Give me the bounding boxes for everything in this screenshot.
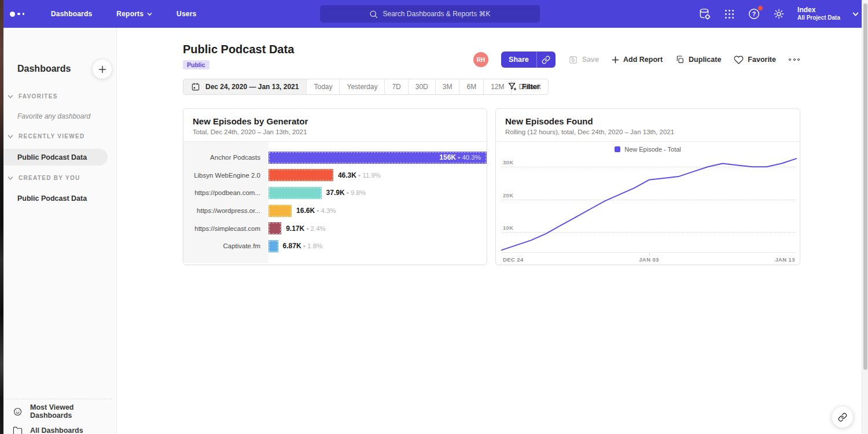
- favorite-label: Favorite: [748, 56, 776, 64]
- mixpanel-logo[interactable]: [10, 12, 24, 17]
- x-tick-label: JAN 13: [775, 256, 795, 263]
- nav-item-users[interactable]: Users: [176, 10, 196, 18]
- bar-segment[interactable]: [269, 205, 292, 217]
- filter-button[interactable]: Filter: [507, 82, 540, 91]
- copy-link-button[interactable]: [536, 52, 556, 68]
- section-created-by-you[interactable]: CREATED BY YOU: [8, 175, 80, 181]
- heart-icon: [734, 55, 744, 65]
- bar-segment[interactable]: [269, 187, 322, 199]
- nav-item-dashboards[interactable]: Dashboards: [51, 10, 92, 18]
- project-selector[interactable]: Index All Project Data: [797, 6, 840, 22]
- date-range-value: Dec 24, 2020 — Jan 13, 2021: [205, 83, 299, 91]
- more-options-icon: [793, 58, 796, 61]
- date-preset-button[interactable]: 3M: [435, 79, 459, 94]
- bar-category-label: Libsyn WebEngine 2.0: [183, 172, 269, 179]
- chart-title[interactable]: New Episodes Found: [505, 116, 790, 126]
- nav-item-reports[interactable]: Reports: [116, 10, 152, 18]
- filter-label: Filter: [522, 83, 540, 91]
- all-dashboards-button[interactable]: All Dashboards: [13, 424, 83, 434]
- card-new-episodes-found: New Episodes Found Rolling (12 hours), t…: [495, 108, 800, 265]
- sidebar-title: Dashboards: [17, 64, 71, 74]
- search-input[interactable]: Search Dashboards & Reports ⌘K: [320, 5, 540, 23]
- sidebar-item-public-podcast-data[interactable]: Public Podcast Data: [0, 149, 108, 165]
- date-preset-button[interactable]: 6M: [459, 79, 483, 94]
- nav-item-reports-label: Reports: [116, 10, 144, 18]
- bar-category-label: https://wordpress.or...: [183, 207, 269, 214]
- chevron-down-icon: [8, 134, 13, 139]
- avatar[interactable]: RH: [473, 52, 488, 67]
- project-scope: All Project Data: [797, 14, 840, 22]
- folder-icon: [13, 426, 23, 434]
- bar-segment[interactable]: 156K • 40.3%: [269, 152, 487, 164]
- legend-label: New Episode - Total: [624, 146, 681, 153]
- chevron-down-icon[interactable]: [852, 11, 859, 17]
- save-label: Save: [582, 56, 599, 64]
- duplicate-icon: [675, 55, 685, 64]
- sidebar-footer-divider: [5, 399, 112, 399]
- page-scrollbar: [862, 0, 868, 434]
- link-icon: [542, 56, 550, 64]
- bar-track: 16.6K • 4.3%: [269, 202, 487, 220]
- help-button[interactable]: ?: [748, 8, 760, 20]
- more-options-icon: [797, 58, 800, 61]
- bar-rows: Anchor Podcasts156K • 40.3%Libsyn WebEng…: [183, 149, 487, 255]
- bar-segment[interactable]: [269, 169, 333, 181]
- chevron-down-icon: [8, 175, 13, 181]
- plus-icon: [98, 65, 106, 73]
- desktop-edge-artifact: [0, 0, 3, 434]
- top-nav: Dashboards Reports Users Search Dashboar…: [0, 0, 868, 28]
- bar-segment[interactable]: [269, 240, 278, 252]
- line-plot: 30K20K10K: [502, 156, 796, 252]
- settings-gear-icon[interactable]: [773, 8, 785, 20]
- data-management-icon[interactable]: [698, 8, 711, 21]
- save-button[interactable]: Save: [568, 55, 599, 65]
- duplicate-button[interactable]: Duplicate: [675, 55, 721, 64]
- bar-row: https://wordpress.or...16.6K • 4.3%: [183, 202, 487, 220]
- date-preset-button[interactable]: Yesterday: [339, 79, 384, 94]
- x-tick-label: JAN 03: [639, 256, 659, 263]
- more-options-button[interactable]: [789, 58, 800, 61]
- public-badge: Public: [183, 60, 209, 69]
- bar-track: 37.9K • 9.8%: [269, 184, 487, 202]
- apps-grid-icon[interactable]: [723, 8, 735, 20]
- line-series: [502, 156, 796, 252]
- date-preset-button[interactable]: 30D: [408, 79, 435, 94]
- section-recently-viewed[interactable]: RECENTLY VIEWED: [8, 133, 85, 139]
- bar-row: Libsyn WebEngine 2.046.3K • 11.9%: [183, 167, 487, 185]
- date-range-button[interactable]: Dec 24, 2020 — Jan 13, 2021: [183, 79, 306, 94]
- plus-icon: [612, 56, 619, 64]
- header-actions: RH Share Save Add Report Duplicate Favor…: [473, 52, 800, 68]
- most-viewed-dashboards-button[interactable]: Most Viewed Dashboards: [13, 404, 116, 418]
- bar-segment[interactable]: [269, 222, 281, 234]
- add-report-label: Add Report: [623, 56, 663, 64]
- section-favorites[interactable]: FAVORITES: [8, 93, 58, 100]
- line-chart: New Episode - Total 30K20K10K DEC 24 JAN…: [496, 142, 800, 263]
- bar-track: 9.17K • 2.4%: [269, 219, 487, 237]
- add-report-button[interactable]: Add Report: [612, 56, 663, 64]
- bar-value-label: 16.6K • 4.3%: [296, 207, 336, 215]
- calendar-icon: [191, 82, 200, 91]
- scrollbar-thumb[interactable]: [863, 3, 867, 370]
- favorite-button[interactable]: Favorite: [734, 55, 776, 65]
- add-dashboard-button[interactable]: [93, 60, 112, 79]
- card-new-episodes-by-generator: New Episodes by Generator Total, Dec 24t…: [183, 108, 487, 265]
- bar-row: https://simplecast.com9.17K • 2.4%: [183, 219, 487, 237]
- chart-legend[interactable]: New Episode - Total: [496, 142, 800, 153]
- share-button[interactable]: Share: [501, 52, 536, 68]
- bar-value-label: 156K • 40.3%: [439, 153, 481, 161]
- bar-value-label: 9.17K • 2.4%: [286, 225, 326, 233]
- x-tick-label: DEC 24: [503, 256, 524, 263]
- date-preset-button[interactable]: 7D: [384, 79, 407, 94]
- card-header: New Episodes by Generator Total, Dec 24t…: [183, 109, 487, 142]
- share-link-floating-button[interactable]: [832, 407, 853, 428]
- save-icon: [568, 55, 578, 65]
- chart-subtitle: Rolling (12 hours), total, Dec 24th, 202…: [505, 128, 790, 135]
- chart-title[interactable]: New Episodes by Generator: [193, 116, 477, 126]
- bar-value-label: 46.3K • 11.9%: [338, 171, 381, 179]
- section-created-by-you-label: CREATED BY YOU: [19, 175, 80, 181]
- chart-subtitle: Total, Dec 24th, 2020 – Jan 13th, 2021: [193, 128, 477, 135]
- card-header: New Episodes Found Rolling (12 hours), t…: [496, 109, 800, 142]
- sidebar-item-public-podcast-data-2[interactable]: Public Podcast Data: [17, 194, 87, 203]
- date-preset-button[interactable]: Today: [306, 79, 339, 94]
- bar-category-label: Anchor Podcasts: [183, 154, 269, 161]
